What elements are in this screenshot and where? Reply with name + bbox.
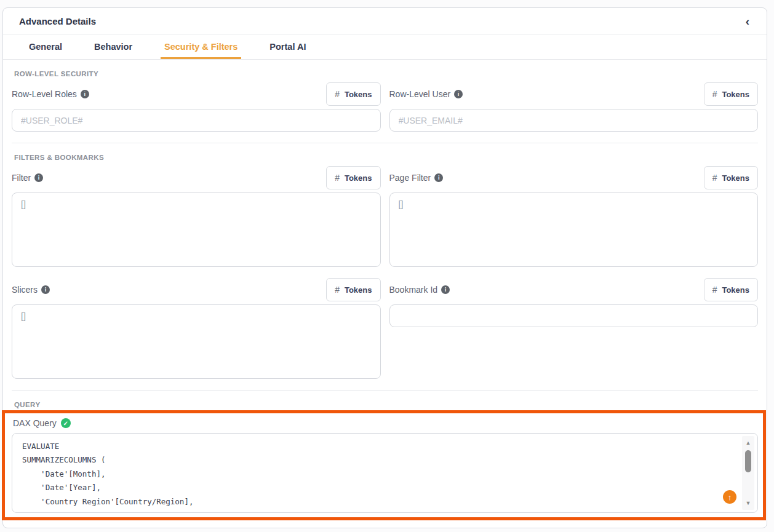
page-filter-textarea[interactable]: [] [389,193,759,267]
row-level-roles-input[interactable] [12,109,381,132]
tab-general[interactable]: General [25,34,66,59]
row-level-user-label: Row-Level User i [389,89,463,99]
tokens-button[interactable]: # Tokens [326,166,380,189]
page-filter-label: Page Filter i [389,173,444,183]
collapse-chevron-left-icon[interactable]: ‹ [744,15,751,27]
section-title-row-level-security: ROW-LEVEL SECURITY [14,70,756,77]
hash-icon: # [712,173,717,183]
hash-icon: # [335,173,340,183]
vertical-scrollbar[interactable]: ▲ ▼ [742,436,754,510]
scroll-to-top-button[interactable]: ↑ [723,490,736,504]
info-icon[interactable]: i [441,285,450,294]
scrollbar-thumb[interactable] [745,450,751,472]
field-page-filter: Page Filter i # Tokens [] [389,161,759,267]
field-filter: Filter i # Tokens [] [12,161,381,267]
filter-label: Filter i [12,173,43,183]
dax-query-editor[interactable]: EVALUATE SUMMARIZECOLUMNS ( 'Date'[Month… [12,433,758,513]
tokens-button[interactable]: # Tokens [326,82,380,106]
info-icon[interactable]: i [81,90,89,98]
bookmark-id-input[interactable] [389,304,759,327]
tokens-button[interactable]: # Tokens [704,278,758,301]
page-title: Advanced Details [19,16,96,26]
code-line: 'Date'[Month], [22,467,730,481]
hash-icon: # [335,285,340,295]
code-line: SUMMARIZECOLUMNS ( [22,453,730,467]
bookmark-id-label: Bookmark Id i [389,285,450,295]
info-icon[interactable]: i [34,173,43,182]
tokens-button[interactable]: # Tokens [326,278,380,301]
tokens-button[interactable]: # Tokens [704,82,758,106]
arrow-up-icon: ↑ [728,493,732,502]
scrollbar-up-arrow-icon[interactable]: ▲ [742,440,754,446]
check-circle-icon: ✓ [61,418,71,428]
field-bookmark-id: Bookmark Id i # Tokens [389,273,759,327]
row-level-user-input[interactable] [389,109,759,132]
tab-bar: General Behavior Security & Filters Port… [3,34,767,60]
tab-security-filters[interactable]: Security & Filters [161,34,241,59]
hash-icon: # [712,285,717,295]
filters-grid-row-1: Filter i # Tokens [] Page Filter i [12,161,758,267]
code-line: 'Date'[Year], [22,481,730,494]
dax-query-label: DAX Query [13,418,57,428]
row-level-security-grid: Row-Level Roles i # Tokens Row-Level Use… [12,77,758,132]
info-icon[interactable]: i [454,90,463,98]
tokens-button[interactable]: # Tokens [704,166,758,189]
hash-icon: # [712,89,717,99]
slicers-label: Slicers i [12,285,50,295]
info-icon[interactable]: i [434,173,443,182]
tab-content: ROW-LEVEL SECURITY Row-Level Roles i # T… [3,70,767,513]
filters-grid-row-2: Slicers i # Tokens [] Bookmark Id i [12,273,758,379]
dax-query-label-row: DAX Query ✓ [12,416,758,433]
dax-query-field: DAX Query ✓ EVALUATE SUMMARIZECOLUMNS ( … [12,416,758,513]
panel-header: Advanced Details ‹ [3,8,767,34]
advanced-details-panel: Advanced Details ‹ General Behavior Secu… [2,7,767,528]
hash-icon: # [335,89,340,99]
field-row-level-roles: Row-Level Roles i # Tokens [12,77,381,132]
tab-portal-ai[interactable]: Portal AI [266,34,309,59]
field-row-level-user: Row-Level User i # Tokens [389,77,759,132]
scrollbar-down-arrow-icon[interactable]: ▼ [742,500,754,506]
section-title-filters-bookmarks: FILTERS & BOOKMARKS [14,154,756,161]
code-line: 'Country Region'[Country/Region], [22,495,730,509]
row-level-roles-label: Row-Level Roles i [12,89,89,99]
field-slicers: Slicers i # Tokens [] [12,273,381,379]
code-line: EVALUATE [22,440,730,453]
section-divider [12,143,758,143]
filter-textarea[interactable]: [] [12,193,381,267]
section-title-query: QUERY [14,401,756,408]
section-divider [12,390,758,391]
tab-behavior[interactable]: Behavior [90,34,136,59]
slicers-textarea[interactable]: [] [12,304,381,379]
info-icon[interactable]: i [41,285,50,294]
